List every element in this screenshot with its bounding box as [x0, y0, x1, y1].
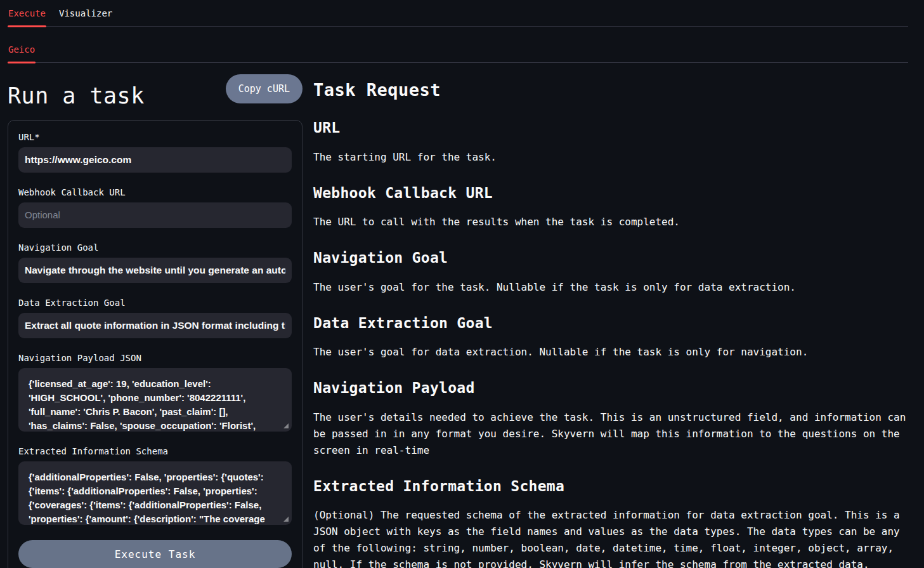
page-title: Run a task: [8, 83, 145, 109]
webhook-label: Webhook Callback URL: [18, 187, 292, 197]
docs-section-webhook: Webhook Callback URL The URL to call wit…: [313, 185, 908, 230]
navigation-goal-input[interactable]: [18, 258, 292, 283]
docs-heading-url: URL: [313, 119, 908, 136]
docs-section-data-extraction-goal: Data Extraction Goal The user's goal for…: [313, 315, 908, 360]
docs-title: Task Request: [313, 80, 908, 100]
task-form-card: URL* Webhook Callback URL Navigation Goa…: [8, 120, 303, 568]
navigation-payload-textarea[interactable]: {'licensed_at_age': 19, 'education_level…: [18, 368, 292, 432]
docs-heading-data-extraction-goal: Data Extraction Goal: [313, 315, 908, 331]
extracted-schema-textarea-wrap: {'additionalProperties': False, 'propert…: [18, 461, 292, 525]
extracted-schema-label: Extracted Information Schema: [18, 446, 292, 456]
url-field-group: URL*: [18, 132, 292, 173]
task-request-docs: Task Request URL The starting URL for th…: [313, 74, 908, 568]
data-extraction-goal-field-group: Data Extraction Goal: [18, 298, 292, 338]
data-extraction-goal-label: Data Extraction Goal: [18, 298, 292, 308]
copy-curl-button[interactable]: Copy cURL: [226, 74, 303, 103]
docs-body-data-extraction-goal: The user's goal for data extraction. Nul…: [313, 344, 908, 360]
tab-geico[interactable]: Geico: [8, 36, 36, 62]
sub-tab-bar: Geico: [8, 36, 908, 63]
url-label: URL*: [18, 132, 292, 142]
docs-body-navigation-payload: The user's details needed to achieve the…: [313, 409, 908, 459]
navigation-payload-textarea-wrap: {'licensed_at_age': 19, 'education_level…: [18, 368, 292, 432]
docs-section-navigation-payload: Navigation Payload The user's details ne…: [313, 380, 908, 458]
url-input[interactable]: [18, 147, 292, 173]
task-form-column: Run a task Copy cURL URL* Webhook Callba…: [8, 74, 303, 568]
docs-body-extracted-schema: (Optional) The requested schema of the e…: [313, 507, 908, 568]
docs-heading-webhook: Webhook Callback URL: [313, 185, 908, 201]
navigation-goal-field-group: Navigation Goal: [18, 242, 292, 283]
webhook-input[interactable]: [18, 202, 292, 228]
form-header: Run a task Copy cURL: [8, 74, 303, 109]
tab-execute[interactable]: Execute: [8, 0, 46, 26]
navigation-payload-field-group: Navigation Payload JSON {'licensed_at_ag…: [18, 353, 292, 432]
main-content: Run a task Copy cURL URL* Webhook Callba…: [0, 63, 924, 568]
execute-task-button[interactable]: Execute Task: [18, 540, 292, 568]
tab-visualizer[interactable]: Visualizer: [58, 0, 113, 26]
webhook-field-group: Webhook Callback URL: [18, 187, 292, 228]
docs-section-url: URL The starting URL for the task.: [313, 119, 908, 165]
docs-heading-navigation-payload: Navigation Payload: [313, 380, 908, 396]
tab-visualizer-label: Visualizer: [59, 8, 112, 18]
docs-section-extracted-schema: Extracted Information Schema (Optional) …: [313, 478, 908, 568]
tab-geico-label: Geico: [8, 44, 35, 55]
navigation-goal-label: Navigation Goal: [18, 242, 292, 253]
docs-heading-navigation-goal: Navigation Goal: [313, 249, 908, 266]
navigation-payload-label: Navigation Payload JSON: [18, 353, 292, 363]
extracted-schema-textarea[interactable]: {'additionalProperties': False, 'propert…: [18, 461, 292, 525]
docs-section-navigation-goal: Navigation Goal The user's goal for the …: [313, 249, 908, 295]
docs-heading-extracted-schema: Extracted Information Schema: [313, 478, 908, 494]
docs-body-url: The starting URL for the task.: [313, 149, 908, 166]
extracted-schema-field-group: Extracted Information Schema {'additiona…: [18, 446, 292, 525]
data-extraction-goal-input[interactable]: [18, 313, 292, 338]
main-tab-bar: Execute Visualizer: [8, 0, 908, 27]
tab-execute-label: Execute: [8, 8, 46, 18]
docs-body-navigation-goal: The user's goal for the task. Nullable i…: [313, 279, 908, 296]
docs-body-webhook: The URL to call with the results when th…: [313, 214, 908, 230]
